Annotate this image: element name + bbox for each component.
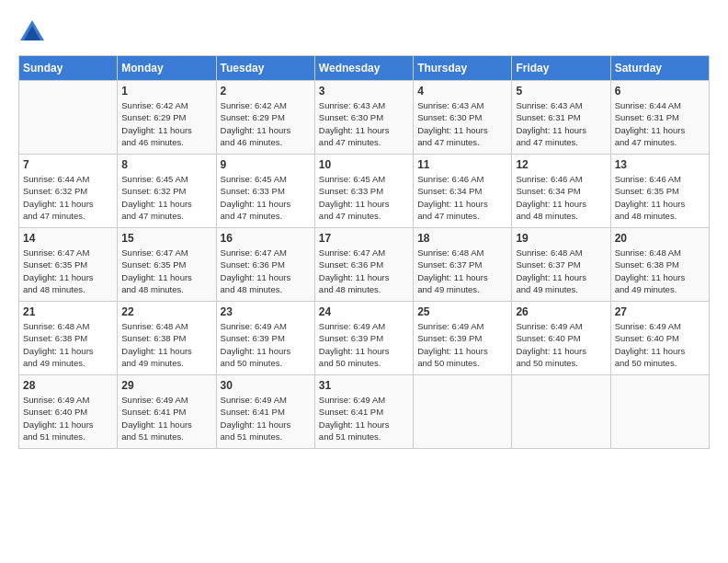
day-number: 27 (615, 305, 705, 318)
day-info: Sunrise: 6:46 AM Sunset: 6:34 PM Dayligh… (516, 173, 606, 222)
day-info: Sunrise: 6:46 AM Sunset: 6:35 PM Dayligh… (615, 173, 705, 222)
day-number: 25 (417, 305, 507, 318)
calendar-cell: 17Sunrise: 6:47 AM Sunset: 6:36 PM Dayli… (314, 228, 413, 302)
day-info: Sunrise: 6:48 AM Sunset: 6:38 PM Dayligh… (615, 247, 705, 295)
day-number: 29 (121, 379, 211, 392)
day-number: 23 (221, 305, 311, 318)
day-info: Sunrise: 6:49 AM Sunset: 6:41 PM Dayligh… (121, 394, 211, 442)
calendar-cell: 28Sunrise: 6:49 AM Sunset: 6:40 PM Dayli… (19, 375, 118, 449)
calendar-cell: 9Sunrise: 6:45 AM Sunset: 6:33 PM Daylig… (216, 155, 314, 228)
day-info: Sunrise: 6:46 AM Sunset: 6:34 PM Dayligh… (417, 173, 507, 222)
day-info: Sunrise: 6:47 AM Sunset: 6:35 PM Dayligh… (121, 247, 211, 295)
day-info: Sunrise: 6:49 AM Sunset: 6:41 PM Dayligh… (319, 394, 409, 442)
calendar-week-1: 7Sunrise: 6:44 AM Sunset: 6:32 PM Daylig… (19, 155, 710, 228)
day-info: Sunrise: 6:48 AM Sunset: 6:38 PM Dayligh… (23, 320, 113, 369)
day-info: Sunrise: 6:45 AM Sunset: 6:33 PM Dayligh… (319, 173, 409, 222)
logo (18, 18, 50, 46)
day-number: 11 (417, 158, 507, 171)
day-info: Sunrise: 6:43 AM Sunset: 6:31 PM Dayligh… (516, 99, 606, 148)
day-info: Sunrise: 6:42 AM Sunset: 6:29 PM Dayligh… (121, 99, 211, 148)
day-number: 20 (615, 232, 705, 245)
calendar-cell: 16Sunrise: 6:47 AM Sunset: 6:36 PM Dayli… (216, 228, 314, 302)
day-info: Sunrise: 6:49 AM Sunset: 6:39 PM Dayligh… (319, 320, 409, 369)
calendar-cell: 25Sunrise: 6:49 AM Sunset: 6:39 PM Dayli… (414, 302, 512, 375)
day-info: Sunrise: 6:49 AM Sunset: 6:40 PM Dayligh… (516, 320, 606, 369)
calendar-cell (512, 375, 610, 449)
day-number: 22 (121, 305, 211, 318)
day-number: 18 (417, 232, 507, 245)
calendar-cell: 14Sunrise: 6:47 AM Sunset: 6:35 PM Dayli… (19, 228, 118, 302)
day-number: 9 (221, 158, 311, 171)
calendar-cell: 6Sunrise: 6:44 AM Sunset: 6:31 PM Daylig… (610, 81, 709, 155)
header-sunday: Sunday (19, 56, 118, 81)
calendar-cell: 3Sunrise: 6:43 AM Sunset: 6:30 PM Daylig… (314, 81, 413, 155)
calendar-cell (414, 375, 512, 449)
calendar-cell: 27Sunrise: 6:49 AM Sunset: 6:40 PM Dayli… (610, 302, 709, 375)
day-number: 24 (319, 305, 409, 318)
calendar-header-row: SundayMondayTuesdayWednesdayThursdayFrid… (19, 56, 710, 81)
day-number: 15 (121, 232, 211, 245)
day-info: Sunrise: 6:48 AM Sunset: 6:38 PM Dayligh… (121, 320, 211, 369)
day-number: 16 (221, 232, 311, 245)
calendar-cell: 15Sunrise: 6:47 AM Sunset: 6:35 PM Dayli… (118, 228, 216, 302)
calendar-cell (19, 81, 118, 155)
day-info: Sunrise: 6:45 AM Sunset: 6:32 PM Dayligh… (121, 173, 211, 222)
header-saturday: Saturday (610, 56, 709, 81)
calendar-cell: 20Sunrise: 6:48 AM Sunset: 6:38 PM Dayli… (610, 228, 709, 302)
day-info: Sunrise: 6:47 AM Sunset: 6:36 PM Dayligh… (221, 247, 311, 295)
day-info: Sunrise: 6:49 AM Sunset: 6:39 PM Dayligh… (221, 320, 311, 369)
calendar-cell: 30Sunrise: 6:49 AM Sunset: 6:41 PM Dayli… (216, 375, 314, 449)
calendar-cell: 29Sunrise: 6:49 AM Sunset: 6:41 PM Dayli… (118, 375, 216, 449)
header-tuesday: Tuesday (216, 56, 314, 81)
day-info: Sunrise: 6:48 AM Sunset: 6:37 PM Dayligh… (417, 247, 507, 295)
calendar-cell (610, 375, 709, 449)
day-info: Sunrise: 6:43 AM Sunset: 6:30 PM Dayligh… (417, 99, 507, 148)
day-number: 5 (516, 85, 606, 98)
calendar-cell: 31Sunrise: 6:49 AM Sunset: 6:41 PM Dayli… (314, 375, 413, 449)
day-info: Sunrise: 6:49 AM Sunset: 6:39 PM Dayligh… (417, 320, 507, 369)
calendar-cell: 5Sunrise: 6:43 AM Sunset: 6:31 PM Daylig… (512, 81, 610, 155)
header-thursday: Thursday (414, 56, 512, 81)
calendar-cell: 4Sunrise: 6:43 AM Sunset: 6:30 PM Daylig… (414, 81, 512, 155)
day-info: Sunrise: 6:48 AM Sunset: 6:37 PM Dayligh… (516, 247, 606, 295)
day-number: 26 (516, 305, 606, 318)
calendar-cell: 23Sunrise: 6:49 AM Sunset: 6:39 PM Dayli… (216, 302, 314, 375)
calendar-table: SundayMondayTuesdayWednesdayThursdayFrid… (18, 55, 710, 449)
day-info: Sunrise: 6:47 AM Sunset: 6:36 PM Dayligh… (319, 247, 409, 295)
day-number: 7 (23, 158, 113, 171)
header-wednesday: Wednesday (314, 56, 413, 81)
calendar-cell: 21Sunrise: 6:48 AM Sunset: 6:38 PM Dayli… (19, 302, 118, 375)
day-info: Sunrise: 6:49 AM Sunset: 6:40 PM Dayligh… (23, 394, 113, 442)
calendar-cell: 13Sunrise: 6:46 AM Sunset: 6:35 PM Dayli… (610, 155, 709, 228)
day-number: 1 (121, 85, 211, 98)
day-number: 4 (417, 85, 507, 98)
calendar-cell: 19Sunrise: 6:48 AM Sunset: 6:37 PM Dayli… (512, 228, 610, 302)
calendar-cell: 24Sunrise: 6:49 AM Sunset: 6:39 PM Dayli… (314, 302, 413, 375)
day-info: Sunrise: 6:44 AM Sunset: 6:31 PM Dayligh… (615, 99, 705, 148)
calendar-cell: 11Sunrise: 6:46 AM Sunset: 6:34 PM Dayli… (414, 155, 512, 228)
header-monday: Monday (118, 56, 216, 81)
day-number: 21 (23, 305, 113, 318)
calendar-cell: 10Sunrise: 6:45 AM Sunset: 6:33 PM Dayli… (314, 155, 413, 228)
day-number: 8 (121, 158, 211, 171)
page-header (18, 18, 710, 46)
calendar-cell: 2Sunrise: 6:42 AM Sunset: 6:29 PM Daylig… (216, 81, 314, 155)
day-number: 10 (319, 158, 409, 171)
calendar-cell: 8Sunrise: 6:45 AM Sunset: 6:32 PM Daylig… (118, 155, 216, 228)
calendar-week-2: 14Sunrise: 6:47 AM Sunset: 6:35 PM Dayli… (19, 228, 710, 302)
day-info: Sunrise: 6:49 AM Sunset: 6:40 PM Dayligh… (615, 320, 705, 369)
calendar-cell: 26Sunrise: 6:49 AM Sunset: 6:40 PM Dayli… (512, 302, 610, 375)
day-info: Sunrise: 6:45 AM Sunset: 6:33 PM Dayligh… (221, 173, 311, 222)
calendar-week-3: 21Sunrise: 6:48 AM Sunset: 6:38 PM Dayli… (19, 302, 710, 375)
calendar-week-0: 1Sunrise: 6:42 AM Sunset: 6:29 PM Daylig… (19, 81, 710, 155)
calendar-cell: 7Sunrise: 6:44 AM Sunset: 6:32 PM Daylig… (19, 155, 118, 228)
day-number: 31 (319, 379, 409, 392)
day-number: 30 (221, 379, 311, 392)
day-number: 12 (516, 158, 606, 171)
day-info: Sunrise: 6:47 AM Sunset: 6:35 PM Dayligh… (23, 247, 113, 295)
day-number: 17 (319, 232, 409, 245)
calendar-cell: 12Sunrise: 6:46 AM Sunset: 6:34 PM Dayli… (512, 155, 610, 228)
day-info: Sunrise: 6:42 AM Sunset: 6:29 PM Dayligh… (221, 99, 311, 148)
day-number: 14 (23, 232, 113, 245)
logo-icon (18, 18, 46, 46)
